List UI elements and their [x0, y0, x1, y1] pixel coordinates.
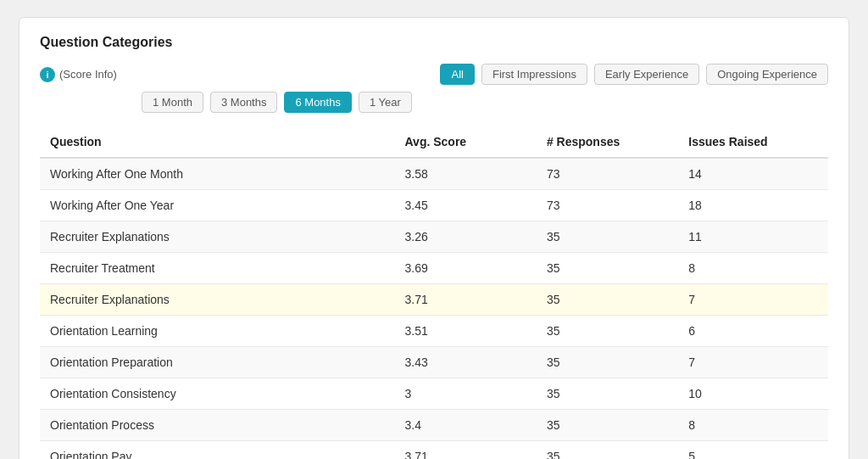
- filter-1-year[interactable]: 1 Year: [359, 92, 412, 113]
- card-title: Question Categories: [40, 35, 828, 50]
- filter-1-month[interactable]: 1 Month: [142, 92, 203, 113]
- table-row: Recruiter Treatment3.69358: [40, 253, 828, 284]
- cell-issues: 7: [678, 284, 828, 316]
- cell-avg-score: 3.69: [395, 253, 537, 284]
- table-row: Recruiter Explanations3.263511: [40, 221, 828, 253]
- cell-responses: 35: [537, 441, 678, 460]
- col-question: Question: [40, 126, 395, 158]
- cell-issues: 11: [678, 221, 828, 253]
- cell-issues: 5: [678, 441, 828, 460]
- cell-issues: 8: [678, 410, 828, 441]
- category-filter-row: i (Score Info) All First Impressions Ear…: [40, 64, 828, 85]
- cell-responses: 35: [537, 347, 678, 378]
- col-avg-score: Avg. Score: [395, 126, 537, 158]
- cell-question: Orientation Learning: [40, 316, 395, 347]
- cell-question: Orientation Consistency: [40, 378, 395, 410]
- cell-issues: 10: [678, 378, 828, 410]
- table-row: Working After One Year3.457318: [40, 190, 828, 221]
- cell-avg-score: 3.45: [395, 190, 537, 221]
- time-filter-row: 1 Month 3 Months 6 Months 1 Year: [40, 92, 828, 113]
- cell-question: Orientation Pay: [40, 441, 395, 460]
- cell-responses: 35: [537, 221, 678, 253]
- table-row: Working After One Month3.587314: [40, 158, 828, 190]
- table-row: Recruiter Explanations3.71357: [40, 284, 828, 316]
- cell-avg-score: 3: [395, 378, 537, 410]
- cell-responses: 35: [537, 410, 678, 441]
- table-row: Orientation Process3.4358: [40, 410, 828, 441]
- question-categories-card: Question Categories i (Score Info) All F…: [19, 17, 849, 459]
- cell-avg-score: 3.71: [395, 284, 537, 316]
- cell-question: Recruiter Explanations: [40, 284, 395, 316]
- questions-table: Question Avg. Score # Responses Issues R…: [40, 126, 828, 459]
- filter-3-months[interactable]: 3 Months: [210, 92, 277, 113]
- cell-responses: 35: [537, 253, 678, 284]
- cell-avg-score: 3.51: [395, 316, 537, 347]
- filter-ongoing-experience[interactable]: Ongoing Experience: [706, 64, 828, 85]
- cell-question: Orientation Process: [40, 410, 395, 441]
- cell-issues: 6: [678, 316, 828, 347]
- table-row: Orientation Consistency33510: [40, 378, 828, 410]
- filter-early-experience[interactable]: Early Experience: [594, 64, 699, 85]
- cell-responses: 35: [537, 316, 678, 347]
- cell-issues: 7: [678, 347, 828, 378]
- table-header-row: Question Avg. Score # Responses Issues R…: [40, 126, 828, 158]
- cell-responses: 73: [537, 190, 678, 221]
- filter-first-impressions[interactable]: First Impressions: [481, 64, 587, 85]
- cell-issues: 14: [678, 158, 828, 190]
- table-row: Orientation Learning3.51356: [40, 316, 828, 347]
- col-responses: # Responses: [537, 126, 678, 158]
- info-icon: i: [40, 67, 55, 82]
- cell-question: Working After One Month: [40, 158, 395, 190]
- score-info[interactable]: i (Score Info): [40, 67, 117, 82]
- filter-all[interactable]: All: [440, 64, 474, 85]
- cell-question: Working After One Year: [40, 190, 395, 221]
- cell-responses: 35: [537, 284, 678, 316]
- score-info-label: (Score Info): [59, 68, 117, 81]
- table-row: Orientation Preparation3.43357: [40, 347, 828, 378]
- cell-question: Recruiter Treatment: [40, 253, 395, 284]
- cell-avg-score: 3.4: [395, 410, 537, 441]
- cell-issues: 8: [678, 253, 828, 284]
- filter-6-months[interactable]: 6 Months: [284, 92, 351, 113]
- cell-issues: 18: [678, 190, 828, 221]
- col-issues: Issues Raised: [678, 126, 828, 158]
- cell-question: Orientation Preparation: [40, 347, 395, 378]
- cell-responses: 73: [537, 158, 678, 190]
- cell-avg-score: 3.26: [395, 221, 537, 253]
- cell-avg-score: 3.71: [395, 441, 537, 460]
- cell-responses: 35: [537, 378, 678, 410]
- table-row: Orientation Pay3.71355: [40, 441, 828, 460]
- cell-question: Recruiter Explanations: [40, 221, 395, 253]
- cell-avg-score: 3.43: [395, 347, 537, 378]
- cell-avg-score: 3.58: [395, 158, 537, 190]
